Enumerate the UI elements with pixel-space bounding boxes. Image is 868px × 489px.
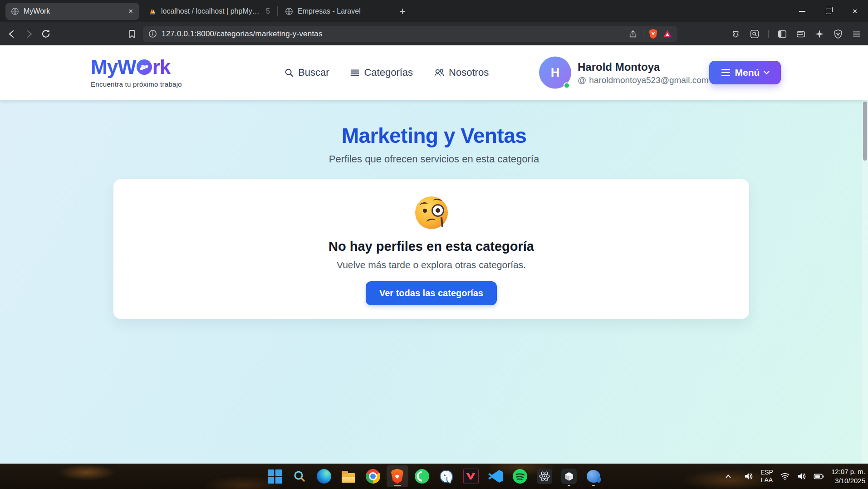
reload-button[interactable] bbox=[41, 29, 51, 39]
battery-icon[interactable] bbox=[814, 472, 824, 480]
close-tab-icon[interactable]: × bbox=[128, 7, 134, 16]
taskbar-search-button[interactable] bbox=[289, 465, 310, 487]
site-nav: Buscar Categorías Nosotros bbox=[284, 67, 489, 78]
nav-label: Categorías bbox=[364, 67, 413, 78]
whatsapp-icon bbox=[415, 469, 429, 484]
nav-label: Nosotros bbox=[449, 67, 489, 78]
globe-favicon-icon bbox=[11, 7, 19, 15]
spotify-button[interactable] bbox=[509, 465, 531, 487]
tab-laravel[interactable]: Empresas - Laravel bbox=[280, 3, 388, 20]
user-email: @haroldmontoya523@gmail.com bbox=[578, 75, 709, 85]
screen: MyWork × localhost / localhost | phpMyAd… bbox=[0, 0, 868, 489]
wifi-icon[interactable] bbox=[780, 472, 790, 481]
atom-app-button[interactable] bbox=[534, 465, 555, 487]
language-indicator[interactable]: ESP LAA bbox=[760, 469, 773, 484]
logo-part2: rk bbox=[152, 56, 171, 78]
page-main: Marketing y Ventas Perfiles que ofrecen … bbox=[0, 100, 868, 464]
minimize-button[interactable] bbox=[789, 0, 815, 22]
pgadmin-button[interactable] bbox=[583, 465, 604, 487]
back-button[interactable] bbox=[6, 29, 17, 39]
view-all-categories-button[interactable]: Ver todas las categorías bbox=[366, 281, 497, 305]
windows-taskbar: ESP LAA 12:07 p. m. 3/10/2025 bbox=[0, 464, 868, 489]
active-app-indicator bbox=[394, 485, 401, 486]
bookmark-icon[interactable] bbox=[128, 29, 137, 39]
vscode-button[interactable] bbox=[485, 465, 506, 487]
forward-button[interactable] bbox=[24, 29, 34, 39]
nav-item-buscar[interactable]: Buscar bbox=[284, 67, 329, 78]
empty-state-message: Vuelve más tarde o explora otras categor… bbox=[113, 259, 749, 270]
search-tabs-icon[interactable] bbox=[750, 29, 760, 39]
mywork-logo[interactable]: MyWrk Encuentra tu próximo trabajo bbox=[91, 57, 182, 88]
chevron-down-icon bbox=[764, 68, 770, 74]
chrome-button[interactable] bbox=[362, 465, 384, 487]
tab-title: Empresas - Laravel bbox=[298, 7, 383, 15]
postgresql-button[interactable] bbox=[436, 465, 457, 487]
new-tab-button[interactable]: + bbox=[395, 4, 410, 19]
phpmyadmin-favicon-icon bbox=[148, 8, 157, 15]
extensions-icon[interactable] bbox=[731, 29, 741, 39]
valorant-button[interactable] bbox=[460, 465, 482, 487]
browser-toolbar: 127.0.0.1:8000/categorias/marketing-y-ve… bbox=[0, 22, 868, 45]
spotify-icon bbox=[513, 469, 527, 484]
file-explorer-button[interactable] bbox=[338, 465, 359, 487]
close-icon: × bbox=[852, 6, 857, 16]
close-window-button[interactable]: × bbox=[842, 0, 868, 22]
vpn-shield-icon[interactable] bbox=[833, 29, 843, 39]
user-chip[interactable]: H Harold Montoya @haroldmontoya523@gmail… bbox=[539, 57, 709, 89]
logo-tagline: Encuentra tu próximo trabajo bbox=[91, 80, 182, 88]
tab-separator bbox=[277, 6, 278, 16]
tab-mywork[interactable]: MyWork × bbox=[5, 3, 139, 20]
brave-button[interactable] bbox=[387, 465, 408, 487]
wallet-icon[interactable] bbox=[796, 29, 806, 39]
minimize-icon bbox=[799, 11, 805, 12]
nav-label: Buscar bbox=[298, 67, 329, 78]
edge-button[interactable] bbox=[313, 465, 335, 487]
nav-item-categorias[interactable]: Categorías bbox=[350, 67, 413, 78]
cube-app-button[interactable] bbox=[558, 465, 580, 487]
avatar: H bbox=[539, 57, 571, 89]
browser-tab-bar: MyWork × localhost / localhost | phpMyAd… bbox=[0, 0, 868, 22]
empty-state-heading: No hay perfiles en esta categoría bbox=[113, 239, 749, 254]
volume-icon[interactable] bbox=[797, 472, 807, 481]
brave-shields-icon[interactable] bbox=[649, 29, 657, 39]
logo-text: MyWrk bbox=[91, 57, 182, 77]
browser-menu-icon[interactable] bbox=[852, 29, 862, 39]
sidebar-icon[interactable] bbox=[777, 29, 787, 39]
search-icon bbox=[284, 68, 294, 78]
tray-volume-app-icon[interactable] bbox=[744, 472, 754, 481]
vscode-icon bbox=[488, 469, 503, 484]
brave-rewards-icon[interactable] bbox=[663, 29, 672, 38]
restore-button[interactable] bbox=[815, 0, 842, 22]
leo-ai-icon[interactable] bbox=[814, 29, 824, 39]
address-bar[interactable]: 127.0.0.1:8000/categorias/marketing-y-ve… bbox=[143, 26, 677, 42]
tab-title: localhost / localhost | phpMyAdmin bbox=[161, 7, 264, 15]
folder-icon bbox=[342, 473, 355, 483]
page-scrollbar[interactable] bbox=[862, 100, 868, 464]
list-icon bbox=[350, 68, 360, 78]
share-icon[interactable] bbox=[628, 29, 638, 39]
start-button[interactable] bbox=[264, 465, 286, 487]
menu-button[interactable]: Menú bbox=[709, 61, 781, 84]
url-text: 127.0.0.1:8000/categorias/marketing-y-ve… bbox=[162, 29, 323, 39]
atom-icon bbox=[537, 469, 552, 484]
nav-item-nosotros[interactable]: Nosotros bbox=[434, 67, 489, 78]
people-icon bbox=[434, 68, 445, 78]
tray-overflow-chevron-icon[interactable] bbox=[724, 472, 732, 480]
forward-icon bbox=[24, 29, 34, 39]
reload-icon bbox=[41, 29, 51, 39]
brave-icon bbox=[391, 469, 404, 484]
site-header: MyWrk Encuentra tu próximo trabajo Busca… bbox=[0, 45, 868, 100]
running-app-indicator bbox=[592, 485, 595, 486]
whatsapp-button[interactable] bbox=[411, 465, 433, 487]
taskbar-icons bbox=[263, 464, 606, 489]
tab-title: MyWork bbox=[24, 7, 123, 15]
tab-phpmyadmin[interactable]: localhost / localhost | phpMyAdmin 5 bbox=[143, 3, 275, 20]
page-subtitle: Perfiles que ofrecen servicios en esta c… bbox=[0, 153, 868, 165]
postgresql-elephant-icon bbox=[440, 470, 453, 483]
user-name: Harold Montoya bbox=[578, 60, 709, 73]
site-info-icon[interactable] bbox=[148, 29, 157, 38]
divider bbox=[768, 30, 769, 38]
logo-part1: MyW bbox=[91, 56, 136, 78]
taskbar-clock[interactable]: 12:07 p. m. 3/10/2025 bbox=[831, 467, 865, 486]
scrollbar-thumb[interactable] bbox=[863, 102, 867, 161]
